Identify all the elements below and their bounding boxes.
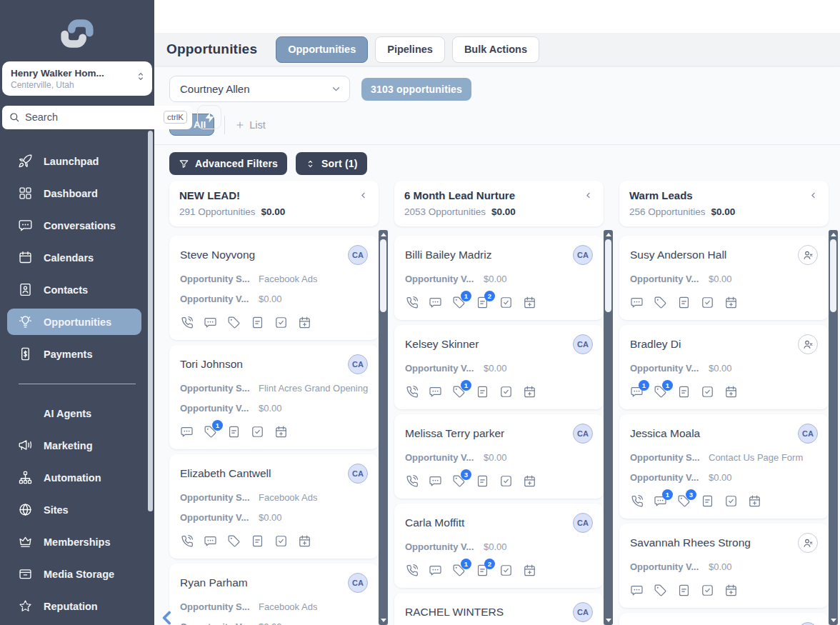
sidebar-item-memberships[interactable]: Memberships <box>0 526 154 558</box>
task-icon[interactable] <box>499 474 513 488</box>
collapse-column-icon[interactable] <box>808 190 819 201</box>
task-icon[interactable] <box>274 534 288 548</box>
opportunity-card[interactable]: Tori Johnson CA Opportunity S... Flint A… <box>169 345 379 449</box>
sidebar-item-marketing[interactable]: Marketing <box>0 429 154 461</box>
chat-icon[interactable] <box>204 534 217 548</box>
add-list-button[interactable]: List <box>235 119 266 131</box>
sidebar-scrollbar[interactable] <box>148 131 153 511</box>
search-input[interactable] <box>25 111 159 123</box>
sidebar-item-contacts[interactable]: Contacts <box>0 274 154 306</box>
sidebar-item-sites[interactable]: Sites <box>0 494 154 526</box>
calendar-icon[interactable] <box>523 296 536 309</box>
opportunity-card[interactable]: Kelsey Skinner CA Opportunity V... $0.00… <box>394 325 604 409</box>
sidebar-item-conversations[interactable]: Conversations <box>0 209 154 241</box>
sidebar-item-payments[interactable]: Payments <box>0 338 154 370</box>
phone-icon[interactable] <box>405 474 419 488</box>
chat-icon[interactable] <box>429 385 442 399</box>
opportunity-card[interactable]: Elizabeth Cantwell CA Opportunity S... F… <box>169 454 379 559</box>
phone-icon[interactable] <box>405 385 419 399</box>
tag-icon[interactable] <box>654 584 667 597</box>
doc-icon[interactable] <box>251 316 264 329</box>
calendar-icon[interactable] <box>724 385 738 399</box>
task-icon[interactable] <box>724 494 738 508</box>
doc-icon[interactable] <box>476 474 489 488</box>
phone-icon[interactable] <box>405 564 419 577</box>
task-icon[interactable] <box>701 296 714 309</box>
opportunity-card[interactable]: Carla Moffitt CA Opportunity V... $0.00 … <box>394 504 604 588</box>
tag-icon[interactable]: 1 <box>204 425 217 439</box>
chat-icon[interactable] <box>429 474 442 488</box>
task-icon[interactable] <box>701 385 714 399</box>
sidebar-item-automation[interactable]: Automation <box>0 461 154 494</box>
opportunity-card[interactable]: Billi Bailey Madriz CA Opportunity V... … <box>394 236 604 320</box>
doc-icon[interactable] <box>476 385 489 399</box>
chat-icon[interactable] <box>204 316 217 329</box>
column-scrollbar-thumb[interactable] <box>605 239 611 312</box>
account-switcher[interactable]: Henry Walker Hom... Centerville, Utah <box>2 61 152 96</box>
calendar-icon[interactable] <box>523 474 536 488</box>
sidebar-item-settings[interactable]: Settings <box>0 622 154 625</box>
sidebar-item-opportunities[interactable]: Opportunities <box>7 309 141 335</box>
advanced-filters-button[interactable]: Advanced Filters <box>169 152 287 175</box>
task-icon[interactable] <box>499 385 513 399</box>
sidebar-item-ai-agents[interactable]: AI Agents <box>0 397 154 429</box>
tag-icon[interactable] <box>654 296 667 309</box>
opportunity-card[interactable]: Susy Anderson Hall Opportunity V... $0.0… <box>619 236 829 320</box>
tag-icon[interactable] <box>227 316 241 329</box>
chat-icon[interactable] <box>429 296 442 309</box>
column-scrollbar[interactable] <box>379 230 388 625</box>
opportunity-card[interactable]: Melissa Terry parker CA Opportunity V...… <box>394 414 604 499</box>
phone-icon[interactable] <box>180 534 194 548</box>
opportunity-card[interactable]: RACHEL WINTERS CA Opportunity V... $0.00 <box>394 593 604 625</box>
phone-icon[interactable] <box>180 316 194 329</box>
doc-icon[interactable]: 2 <box>476 296 489 309</box>
opportunity-card[interactable]: Jessica Moala CA Opportunity S... Contac… <box>619 414 829 519</box>
opportunity-card[interactable]: Savannah Rhees Strong Opportunity V... $… <box>619 524 829 608</box>
phone-icon[interactable] <box>405 296 419 309</box>
quick-actions-button[interactable] <box>197 105 221 129</box>
doc-icon[interactable] <box>227 425 241 439</box>
calendar-icon[interactable] <box>523 385 536 399</box>
column-scrollbar[interactable] <box>829 230 838 625</box>
calendar-icon[interactable] <box>523 564 536 577</box>
tag-icon[interactable]: 3 <box>677 494 691 508</box>
chat-icon[interactable] <box>630 584 644 597</box>
tag-icon[interactable]: 1 <box>654 385 667 399</box>
doc-icon[interactable] <box>251 534 264 548</box>
calendar-icon[interactable] <box>724 296 738 309</box>
opportunity-card[interactable]: Steve Noyvong CA Opportunity S... Facebo… <box>169 236 379 340</box>
opportunity-card[interactable]: Ryan Parham CA Opportunity S... Facebook… <box>169 564 379 625</box>
sidebar-item-dashboard[interactable]: Dashboard <box>0 177 154 209</box>
phone-icon[interactable] <box>630 494 644 508</box>
tag-icon[interactable]: 1 <box>452 296 466 309</box>
doc-icon[interactable] <box>677 385 691 399</box>
column-scrollbar[interactable] <box>604 230 613 625</box>
doc-icon[interactable] <box>677 584 691 597</box>
tab-opportunities[interactable]: Opportunities <box>276 36 368 63</box>
task-icon[interactable] <box>701 584 714 597</box>
calendar-icon[interactable] <box>298 534 311 548</box>
chat-icon[interactable] <box>630 296 644 309</box>
tag-icon[interactable]: 1 <box>452 385 466 399</box>
chat-icon[interactable] <box>429 564 442 577</box>
sidebar-item-media-storage[interactable]: Media Storage <box>0 558 154 590</box>
tag-icon[interactable] <box>227 534 241 548</box>
collapse-column-icon[interactable] <box>358 190 369 201</box>
doc-icon[interactable] <box>701 494 714 508</box>
calendar-icon[interactable] <box>274 425 288 439</box>
task-icon[interactable] <box>499 296 513 309</box>
task-icon[interactable] <box>274 316 288 329</box>
doc-icon[interactable] <box>677 296 691 309</box>
chat-icon[interactable]: 1 <box>654 494 667 508</box>
column-scrollbar-thumb[interactable] <box>380 239 386 312</box>
tab-bulk-actions[interactable]: Bulk Actions <box>452 36 539 63</box>
chat-icon[interactable]: 1 <box>630 385 644 399</box>
chat-icon[interactable] <box>180 425 194 439</box>
sidebar-item-calendars[interactable]: Calendars <box>0 241 154 274</box>
tab-pipelines[interactable]: Pipelines <box>375 36 445 63</box>
sidebar-collapse-button[interactable] <box>156 607 178 625</box>
tag-icon[interactable]: 1 <box>452 564 466 577</box>
collapse-column-icon[interactable] <box>583 190 594 201</box>
tag-icon[interactable]: 3 <box>452 474 466 488</box>
task-icon[interactable] <box>499 564 513 577</box>
